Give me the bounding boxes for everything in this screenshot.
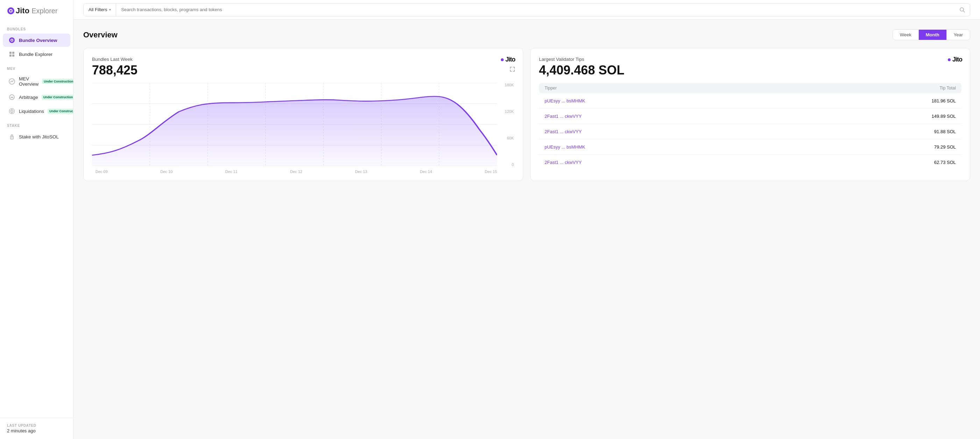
sidebar: Jito Explorer BUNDLES Bundle Overview Bu bbox=[0, 0, 73, 439]
bundles-chart: 180K 120K 60K 0 bbox=[92, 83, 514, 174]
mev-overview-icon bbox=[8, 78, 15, 85]
week-button[interactable]: Week bbox=[893, 30, 918, 40]
table-row: pUEsyy ... bsMHMK 181.96 SOL bbox=[539, 94, 961, 109]
search-input[interactable] bbox=[121, 7, 950, 12]
svg-line-18 bbox=[963, 11, 965, 12]
time-filter-group: Week Month Year bbox=[892, 29, 970, 40]
tip-amount: 79.29 SOL bbox=[934, 144, 956, 150]
bundle-explorer-icon bbox=[8, 51, 15, 58]
topbar: All Filters ▾ bbox=[73, 0, 980, 19]
month-button[interactable]: Month bbox=[918, 30, 947, 40]
y-label-0: 0 bbox=[512, 163, 514, 167]
search-input-wrap[interactable] bbox=[116, 7, 955, 12]
x-label-dec14: Dec 14 bbox=[420, 170, 432, 174]
x-label-dec12: Dec 12 bbox=[290, 170, 302, 174]
svg-rect-6 bbox=[10, 52, 11, 54]
table-row: pUEsyy ... bsMHMK 79.29 SOL bbox=[539, 139, 961, 155]
bundles-card-label: Bundles Last Week bbox=[92, 57, 514, 62]
table-header: Tipper Tip Total bbox=[539, 83, 961, 94]
svg-point-2 bbox=[10, 10, 12, 12]
tip-amount: 181.96 SOL bbox=[932, 98, 956, 103]
arbitrage-badge: Under Construction bbox=[41, 95, 73, 100]
chart-svg-wrap bbox=[92, 83, 497, 166]
mev-section-label: MEV bbox=[0, 61, 73, 73]
sidebar-item-bundle-overview[interactable]: Bundle Overview bbox=[3, 33, 70, 47]
jito-logo-icon bbox=[7, 7, 15, 15]
y-label-60k: 60K bbox=[507, 136, 514, 140]
main-content: All Filters ▾ Overview Week Month Year bbox=[73, 0, 980, 439]
mev-overview-badge: Under Construction bbox=[42, 79, 73, 84]
cards-row: Jito Bundles Last Week 788,425 180K bbox=[83, 48, 970, 181]
svg-rect-7 bbox=[12, 52, 14, 54]
table-body: pUEsyy ... bsMHMK 181.96 SOL 2Fast1 ... … bbox=[539, 94, 961, 170]
x-label-dec09: Dec 09 bbox=[95, 170, 108, 174]
validator-card: Jito Largest Validator Tips 4,409.468 SO… bbox=[530, 48, 970, 181]
svg-rect-8 bbox=[10, 54, 11, 57]
tipper-link[interactable]: 2Fast1 ... ckwVYY bbox=[544, 129, 582, 134]
x-label-dec11: Dec 11 bbox=[225, 170, 237, 174]
liquidations-label: Liquidations bbox=[19, 109, 44, 114]
sidebar-item-arbitrage[interactable]: Arbitrage Under Construction bbox=[3, 90, 70, 104]
last-updated-value: 2 minutes ago bbox=[7, 428, 66, 433]
filter-dropdown[interactable]: All Filters ▾ bbox=[84, 3, 116, 16]
y-label-120k: 120K bbox=[505, 109, 514, 114]
stake-section-label: STAKE bbox=[0, 118, 73, 130]
overview-header: Overview Week Month Year bbox=[83, 29, 970, 40]
bundles-section-label: BUNDLES bbox=[0, 22, 73, 33]
bundles-card-logo: Jito bbox=[501, 56, 515, 63]
filter-label: All Filters bbox=[89, 7, 107, 12]
arbitrage-label: Arbitrage bbox=[19, 95, 38, 100]
chart-svg bbox=[92, 83, 497, 166]
tip-amount: 149.89 SOL bbox=[932, 114, 956, 119]
tipper-link[interactable]: pUEsyy ... bsMHMK bbox=[544, 144, 585, 150]
validator-card-label: Largest Validator Tips bbox=[539, 57, 961, 62]
tip-amount: 62.73 SOL bbox=[934, 160, 956, 165]
expand-icon[interactable] bbox=[509, 67, 515, 73]
validator-table: Tipper Tip Total pUEsyy ... bsMHMK 181.9… bbox=[539, 83, 961, 170]
bundle-explorer-label: Bundle Explorer bbox=[19, 52, 65, 57]
svg-rect-9 bbox=[12, 54, 14, 57]
sidebar-item-stake[interactable]: Stake with JitoSOL bbox=[3, 130, 70, 143]
logo-jito-text: Jito bbox=[16, 6, 29, 15]
chart-x-labels: Dec 09 Dec 10 Dec 11 Dec 12 Dec 13 Dec 1… bbox=[95, 170, 497, 174]
chart-y-labels: 180K 120K 60K 0 bbox=[505, 83, 514, 167]
logo-explorer-text: Explorer bbox=[32, 7, 57, 15]
table-row: 2Fast1 ... ckwVYY 91.88 SOL bbox=[539, 124, 961, 139]
col-tipper-header: Tipper bbox=[544, 86, 557, 90]
validator-card-value: 4,409.468 SOL bbox=[539, 63, 961, 77]
x-label-dec15: Dec 15 bbox=[485, 170, 497, 174]
col-tip-header: Tip Total bbox=[939, 86, 956, 90]
sidebar-bottom: LAST UPDATED 2 minutes ago bbox=[0, 418, 73, 439]
table-row: 2Fast1 ... ckwVYY 149.89 SOL bbox=[539, 109, 961, 124]
tipper-link[interactable]: pUEsyy ... bsMHMK bbox=[544, 98, 585, 103]
x-label-dec13: Dec 13 bbox=[355, 170, 367, 174]
last-updated-label: LAST UPDATED bbox=[7, 424, 66, 428]
bundles-card-value: 788,425 bbox=[92, 63, 514, 77]
table-row: 2Fast1 ... ckwVYY 62.73 SOL bbox=[539, 155, 961, 170]
validator-card-logo: Jito bbox=[948, 56, 962, 63]
chevron-down-icon: ▾ bbox=[109, 8, 111, 11]
search-icon[interactable] bbox=[955, 3, 970, 16]
tipper-link[interactable]: 2Fast1 ... ckwVYY bbox=[544, 160, 582, 165]
search-filter-bar[interactable]: All Filters ▾ bbox=[83, 3, 970, 16]
sidebar-item-liquidations[interactable]: Liquidations Under Construction bbox=[3, 105, 70, 118]
tipper-link[interactable]: 2Fast1 ... ckwVYY bbox=[544, 114, 582, 119]
sidebar-item-mev-overview[interactable]: MEV Overview Under Construction bbox=[3, 73, 70, 90]
liquidations-icon bbox=[8, 108, 15, 115]
bundle-overview-icon bbox=[8, 37, 15, 44]
x-label-dec10: Dec 10 bbox=[161, 170, 173, 174]
sidebar-item-bundle-explorer[interactable]: Bundle Explorer bbox=[3, 48, 70, 61]
liquidations-badge: Under Construction bbox=[48, 109, 73, 114]
bundles-card: Jito Bundles Last Week 788,425 180K bbox=[83, 48, 523, 181]
logo: Jito Explorer bbox=[0, 0, 73, 22]
overview-area: Overview Week Month Year Jito bbox=[73, 19, 980, 439]
bundle-overview-label: Bundle Overview bbox=[19, 38, 65, 43]
stake-icon bbox=[8, 133, 15, 140]
mev-overview-label: MEV Overview bbox=[19, 76, 38, 87]
arbitrage-icon bbox=[8, 94, 15, 101]
tip-amount: 91.88 SOL bbox=[934, 129, 956, 134]
year-button[interactable]: Year bbox=[947, 30, 970, 40]
y-label-180k: 180K bbox=[505, 83, 514, 87]
svg-point-16 bbox=[11, 137, 12, 138]
svg-point-5 bbox=[11, 40, 13, 41]
